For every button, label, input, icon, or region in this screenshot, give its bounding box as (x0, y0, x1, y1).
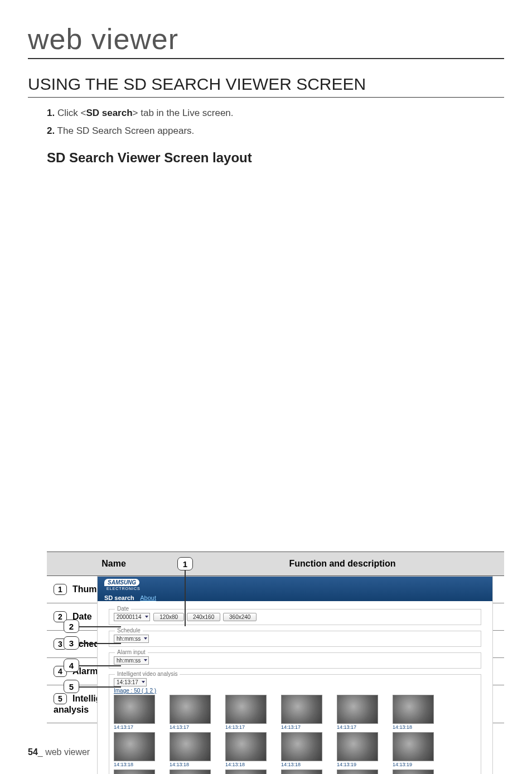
thumbnail-timestamp: 14:13:17 (281, 724, 322, 730)
screenshot-panel: SAMSUNG ELECTRONICS SD search About Date… (97, 576, 493, 774)
callout-3: 3 (64, 636, 79, 650)
thumbnail-timestamp: 14:13:17 (225, 724, 267, 730)
thumbnail-item[interactable]: 14:13:19 (337, 732, 378, 767)
row-number-badge: 1 (54, 584, 67, 595)
step-2: 2. The SD Search Screen appears. (47, 125, 504, 137)
callout-1: 1 (177, 557, 193, 570)
row-number-badge: 5 (54, 693, 67, 704)
thumbnail-item[interactable]: 14:13:17 (281, 695, 322, 730)
thumbnail-image (281, 695, 322, 724)
size-button-120x80[interactable]: 120x80 (153, 613, 184, 621)
iva-fieldset: Intelligent video analysis 14:13:17 Imag… (109, 674, 481, 774)
date-legend: Date (115, 606, 131, 612)
thumbnail-item[interactable]: 14:13:19 (225, 770, 267, 774)
screenshot-body: Date 20000114 120x80 240x160 360x240 Sch… (98, 601, 492, 774)
thumbnail-item[interactable]: 14:13:18 (114, 732, 155, 767)
thumbnail-item[interactable]: 14:13:20 (337, 770, 378, 774)
step-text-pre: The SD Search Screen appears. (57, 125, 195, 136)
step-text-pre: Click < (57, 108, 86, 118)
schedule-select[interactable]: hh:mm:ss (114, 635, 149, 643)
page-title: web viewer (28, 22, 504, 59)
thumbnail-image (170, 732, 211, 761)
callout-2: 2 (64, 620, 79, 633)
thumbnail-timestamp: 14:13:18 (170, 762, 211, 767)
thumbnail-image (114, 695, 155, 724)
thumbnail-item[interactable]: 14:13:17 (337, 695, 378, 730)
screenshot-layout: 1 2 3 4 5 SAMSUNG ELECTRONICS SD search … (47, 552, 504, 723)
thumbnail-image (225, 732, 267, 761)
image-count-label: Image : 50 ( 1 2 ) (114, 688, 476, 694)
date-select[interactable]: 20000114 (114, 613, 150, 621)
leader-line (79, 626, 121, 627)
thumbnail-item[interactable]: 14:13:19 (114, 770, 155, 774)
thumbnail-item[interactable]: 14:13:20 (281, 770, 322, 774)
thumbnail-row: 14:13:1914:13:1914:13:1914:13:2014:13:20… (114, 770, 476, 774)
thumbnail-image (393, 770, 434, 774)
thumbnail-image (225, 770, 267, 774)
thumbnail-item[interactable]: 14:13:17 (225, 695, 267, 730)
step-bold: SD search (86, 108, 132, 118)
size-button-360x240[interactable]: 360x240 (223, 613, 257, 621)
step-text-post: > tab in the Live screen. (133, 108, 234, 118)
thumbnail-timestamp: 14:13:19 (393, 762, 434, 767)
thumbnail-timestamp: 14:13:17 (114, 724, 155, 730)
thumbnail-image (225, 695, 267, 724)
alarm-input-fieldset: Alarm input hh:mm:ss (109, 652, 481, 669)
size-button-240x160[interactable]: 240x160 (187, 613, 220, 621)
col-header-function: Function and description (181, 552, 504, 576)
thumbnail-item[interactable]: 14:13:18 (170, 732, 211, 767)
thumbnail-item[interactable]: 14:13:17 (114, 695, 155, 730)
thumbnail-item[interactable]: 14:13:19 (393, 732, 434, 767)
schedule-legend: Schedule (115, 627, 143, 633)
brand-logo: SAMSUNG (104, 579, 139, 586)
thumbnail-timestamp: 14:13:18 (114, 762, 155, 767)
thumbnail-image (114, 732, 155, 761)
thumbnail-image (170, 770, 211, 774)
thumbnail-image (393, 695, 434, 724)
step-1: 1. Click <SD search> tab in the Live scr… (47, 108, 504, 119)
callout-5: 5 (64, 680, 79, 693)
thumbnail-item[interactable]: 14:13:18 (393, 695, 434, 730)
thumbnail-image (281, 770, 322, 774)
footer-label: web viewer (43, 747, 90, 757)
thumbnail-image (337, 770, 378, 774)
thumbnail-timestamp: 14:13:17 (337, 724, 378, 730)
page-footer: 54_ web viewer (28, 747, 90, 757)
leader-line (79, 686, 121, 688)
step-number: 1. (47, 108, 55, 118)
callout-4: 4 (64, 659, 79, 672)
thumbnail-image (337, 695, 378, 724)
thumbnail-timestamp: 14:13:17 (170, 724, 211, 730)
iva-select[interactable]: 14:13:17 (114, 678, 147, 686)
leader-line (79, 643, 121, 644)
thumbnail-image (114, 770, 155, 774)
alarm-select[interactable]: hh:mm:ss (114, 656, 149, 665)
header-tabs: SD search About (104, 594, 161, 601)
thumbnail-item[interactable]: 14:13:18 (225, 732, 267, 767)
col-header-name: Name (47, 552, 181, 576)
thumbnail-item[interactable]: 14:13:20 (393, 770, 434, 774)
thumbnail-timestamp: 14:13:18 (281, 762, 322, 767)
thumbnail-image (337, 732, 378, 761)
tab-sd-search[interactable]: SD search (104, 594, 134, 601)
thumbnail-timestamp: 14:13:18 (225, 762, 267, 767)
thumbnail-item[interactable]: 14:13:19 (170, 770, 211, 774)
screenshot-header: SAMSUNG ELECTRONICS SD search About (98, 577, 492, 601)
iva-legend: Intelligent video analysis (115, 671, 180, 677)
thumbnail-grid: Image : 50 ( 1 2 ) 14:13:1714:13:1714:13… (114, 688, 476, 774)
leader-line (185, 570, 186, 626)
alarm-legend: Alarm input (115, 649, 148, 655)
thumbnail-row: 14:13:1814:13:1814:13:1814:13:1814:13:19… (114, 732, 476, 767)
page-number: 54 (28, 747, 38, 757)
sub-heading: SD Search Viewer Screen layout (47, 150, 504, 166)
date-fieldset: Date 20000114 120x80 240x160 360x240 (109, 609, 481, 625)
thumbnail-item[interactable]: 14:13:18 (281, 732, 322, 767)
steps-list: 1. Click <SD search> tab in the Live scr… (47, 108, 504, 137)
tab-about[interactable]: About (140, 594, 156, 601)
step-number: 2. (47, 125, 55, 136)
thumbnail-image (393, 732, 434, 761)
thumbnail-item[interactable]: 14:13:17 (170, 695, 211, 730)
brand-subtext: ELECTRONICS (107, 587, 492, 591)
schedule-fieldset: Schedule hh:mm:ss (109, 631, 481, 647)
thumbnail-image (170, 695, 211, 724)
